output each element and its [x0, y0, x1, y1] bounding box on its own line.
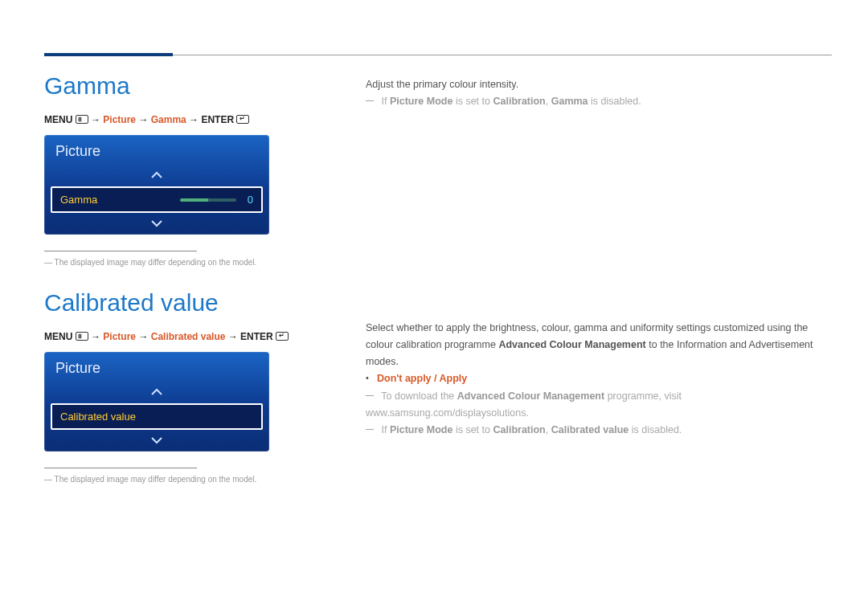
- osd-title: Picture: [44, 135, 269, 168]
- note-calibrated: If Picture Mode is set to Calibration, C…: [366, 422, 832, 439]
- osd-title: Picture: [44, 352, 269, 385]
- osd-item-gamma[interactable]: Gamma 0: [51, 186, 263, 213]
- footnote-calibrated: ― The displayed image may differ dependi…: [44, 475, 317, 484]
- osd-item-label: Gamma: [60, 194, 97, 206]
- breadcrumb-menu: MENU: [44, 114, 72, 125]
- scroll-down-button[interactable]: [44, 216, 269, 235]
- note-gamma: If Picture Mode is set to Calibration, G…: [366, 93, 832, 110]
- osd-item-calibrated[interactable]: Calibrated value: [51, 403, 263, 430]
- footnote-gamma: ― The displayed image may differ dependi…: [44, 258, 317, 267]
- desc-calibrated: Select whether to apply the brightness, …: [366, 320, 832, 371]
- osd-panel-calibrated: Picture Calibrated value: [44, 352, 269, 452]
- top-rule-accent: [44, 53, 173, 56]
- enter-icon: [236, 115, 249, 124]
- divider: [44, 468, 197, 468]
- breadcrumb-gamma: MENU → Picture → Gamma → ENTER: [44, 114, 317, 125]
- enter-icon: [276, 332, 289, 341]
- breadcrumb-enter: ENTER: [201, 114, 234, 125]
- osd-panel-gamma: Picture Gamma 0: [44, 135, 269, 235]
- chevron-down-icon: [151, 436, 162, 444]
- heading-gamma: Gamma: [44, 72, 317, 100]
- breadcrumb-menu: MENU: [44, 331, 72, 342]
- osd-item-value: 0: [248, 194, 253, 206]
- options-calibrated: Don't apply / Apply: [366, 370, 832, 387]
- menu-icon: [76, 332, 88, 341]
- osd-item-label: Calibrated value: [60, 411, 136, 423]
- breadcrumb-picture: Picture: [103, 114, 136, 125]
- chevron-up-icon: [151, 388, 162, 396]
- scroll-up-button[interactable]: [44, 385, 269, 403]
- divider: [44, 251, 197, 251]
- slider-icon: [180, 198, 236, 202]
- breadcrumb-gamma-step: Gamma: [151, 114, 186, 125]
- note-download: To download the Advanced Colour Manageme…: [366, 388, 832, 423]
- breadcrumb-picture: Picture: [103, 331, 136, 342]
- breadcrumb-enter: ENTER: [240, 331, 273, 342]
- scroll-up-button[interactable]: [44, 168, 269, 186]
- scroll-down-button[interactable]: [44, 433, 269, 452]
- chevron-up-icon: [151, 171, 162, 179]
- desc-gamma: Adjust the primary colour intensity.: [366, 76, 832, 93]
- chevron-down-icon: [151, 219, 162, 227]
- menu-icon: [76, 115, 88, 124]
- breadcrumb-calibrated-step: Calibrated value: [151, 331, 226, 342]
- breadcrumb-calibrated: MENU → Picture → Calibrated value → ENTE…: [44, 331, 317, 342]
- heading-calibrated: Calibrated value: [44, 289, 317, 317]
